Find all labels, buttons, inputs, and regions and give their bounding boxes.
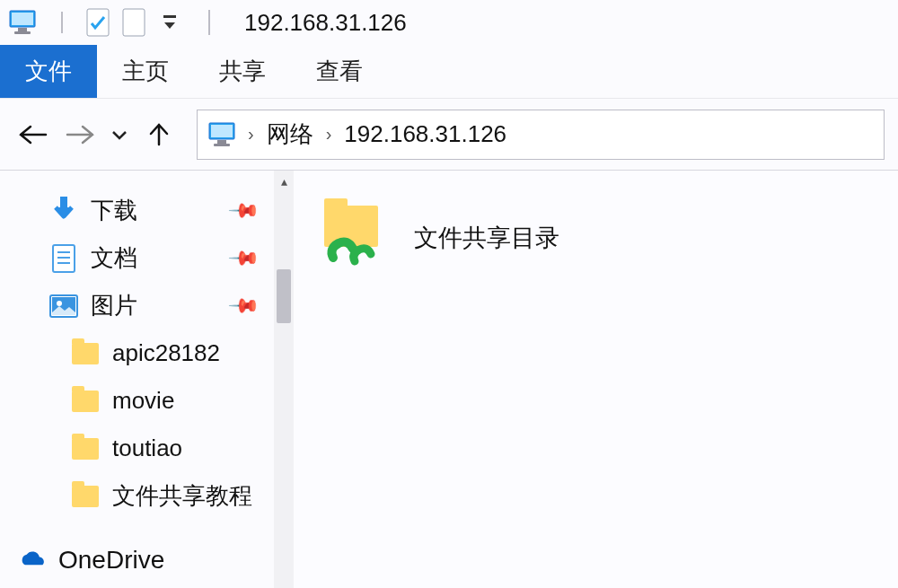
sidebar-item-folder[interactable]: 文件共享教程 <box>49 472 274 520</box>
main: 下载 📌 文档 📌 图片 📌 apic28182 movie <box>0 171 898 588</box>
folder-icon <box>71 482 100 511</box>
svg-point-19 <box>57 301 62 306</box>
share-folder-label: 文件共享目录 <box>414 222 559 254</box>
qat-dropdown-icon[interactable] <box>156 6 183 39</box>
svg-rect-6 <box>123 9 145 36</box>
onedrive-icon <box>17 546 46 575</box>
folder-icon <box>71 434 100 463</box>
tab-view-label: 查看 <box>316 56 363 87</box>
sidebar-item-folder[interactable]: movie <box>49 377 274 425</box>
history-dropdown-icon[interactable] <box>107 129 132 140</box>
scroll-thumb[interactable] <box>277 269 291 323</box>
computer-icon <box>208 122 235 147</box>
sidebar-item-label: 文件共享教程 <box>112 480 252 512</box>
back-button[interactable] <box>13 115 53 154</box>
picture-icon <box>49 292 78 320</box>
content-pane: 文件共享目录 <box>294 171 898 588</box>
sidebar-item-folder[interactable]: toutiao <box>49 425 274 472</box>
sidebar-item-pictures[interactable]: 图片 📌 <box>49 282 274 329</box>
svg-rect-7 <box>163 15 176 18</box>
address-bar[interactable]: › 网络 › 192.168.31.126 <box>197 110 885 160</box>
qat-separator <box>48 6 75 39</box>
sidebar-item-label: 图片 <box>91 290 137 321</box>
sidebar-item-documents[interactable]: 文档 📌 <box>49 234 274 282</box>
svg-rect-12 <box>214 144 230 146</box>
svg-rect-2 <box>18 28 27 31</box>
tab-view[interactable]: 查看 <box>291 45 388 98</box>
scroll-up-icon[interactable]: ▴ <box>274 174 294 189</box>
ribbon: 文件 主页 共享 查看 <box>0 45 898 99</box>
tab-home[interactable]: 主页 <box>97 45 194 98</box>
sidebar-item-label: 文档 <box>91 242 137 274</box>
sidebar-item-label: apic28182 <box>112 339 220 367</box>
sidebar-item-folder[interactable]: apic28182 <box>49 329 274 377</box>
titlebar: 192.168.31.126 <box>0 0 898 45</box>
tab-file[interactable]: 文件 <box>0 45 97 98</box>
forward-button[interactable] <box>60 115 100 154</box>
svg-rect-10 <box>211 125 233 137</box>
computer-icon <box>9 10 36 35</box>
properties-icon[interactable] <box>84 6 111 39</box>
up-button[interactable] <box>139 115 179 154</box>
breadcrumb-network[interactable]: 网络 <box>267 118 313 150</box>
qat-separator <box>196 6 223 39</box>
sidebar: 下载 📌 文档 📌 图片 📌 apic28182 movie <box>0 171 274 588</box>
pin-icon: 📌 <box>227 289 260 322</box>
tab-share-label: 共享 <box>219 56 266 87</box>
shared-folder-icon <box>317 202 389 274</box>
svg-rect-3 <box>14 31 31 34</box>
navbar: › 网络 › 192.168.31.126 <box>0 99 898 171</box>
tab-file-label: 文件 <box>25 56 72 87</box>
pin-icon: 📌 <box>227 241 260 275</box>
sidebar-item-onedrive[interactable]: OneDrive <box>17 536 274 584</box>
folder-icon <box>71 339 100 368</box>
chevron-right-icon[interactable]: › <box>248 124 254 145</box>
svg-rect-1 <box>12 13 33 25</box>
document-icon <box>49 244 78 273</box>
quick-access-toolbar <box>48 6 183 39</box>
svg-rect-11 <box>217 140 226 144</box>
breadcrumb-address[interactable]: 192.168.31.126 <box>344 120 506 148</box>
scrollbar[interactable]: ▴ <box>274 171 294 588</box>
sidebar-item-label: toutiao <box>112 434 182 462</box>
sidebar-item-label: movie <box>112 387 174 415</box>
folder-icon <box>71 387 100 416</box>
pin-icon: 📌 <box>227 194 260 227</box>
window-title: 192.168.31.126 <box>244 9 407 37</box>
share-folder-item[interactable]: 文件共享目录 <box>317 197 875 278</box>
tab-home-label: 主页 <box>122 56 169 87</box>
sidebar-item-label: OneDrive <box>58 546 164 575</box>
svg-rect-5 <box>87 9 109 36</box>
sidebar-item-label: 下载 <box>91 195 137 226</box>
sidebar-item-downloads[interactable]: 下载 📌 <box>49 187 274 234</box>
new-folder-icon[interactable] <box>120 6 147 39</box>
download-icon <box>49 197 78 225</box>
chevron-right-icon[interactable]: › <box>326 124 332 145</box>
tab-share[interactable]: 共享 <box>194 45 291 98</box>
